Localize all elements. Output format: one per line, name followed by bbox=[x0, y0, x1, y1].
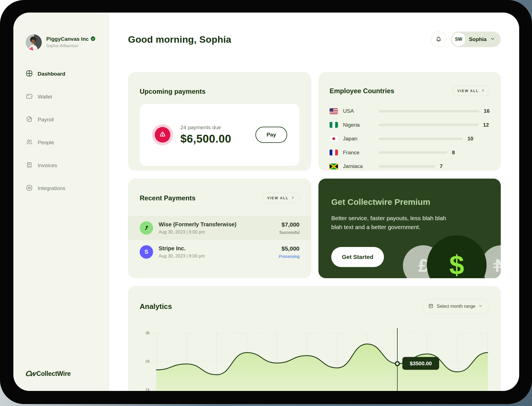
sidebar-item-people[interactable]: People bbox=[26, 137, 109, 148]
sidebar-item-integrations[interactable]: Integrations bbox=[26, 183, 109, 194]
country-count: 16 bbox=[484, 108, 490, 114]
country-name: Japan bbox=[343, 136, 376, 142]
country-bar bbox=[379, 165, 435, 168]
view-all-label: VIEW ALL bbox=[267, 196, 289, 200]
payments-due-amount: $6,500.00 bbox=[180, 133, 231, 145]
dashboard-grid-icon bbox=[26, 70, 33, 78]
dashboard-grid: Upcoming payments 24 payments due $6,50 bbox=[128, 72, 501, 391]
svg-text:2k: 2k bbox=[145, 359, 150, 364]
upcoming-payments-card: Upcoming payments 24 payments due $6,50 bbox=[128, 72, 311, 171]
chevron-right-icon bbox=[291, 196, 294, 200]
profile-menu[interactable]: SW Sophia bbox=[451, 32, 501, 47]
japan-flag-icon bbox=[330, 136, 338, 142]
recent-payments-card: Recent Payments VIEW ALL bbox=[128, 179, 311, 278]
profile-name: Sophia bbox=[469, 36, 487, 42]
payments-due-panel: 24 payments due $6,500.00 Pay bbox=[140, 104, 299, 166]
alert-badge bbox=[152, 124, 173, 145]
warning-triangle-icon bbox=[158, 130, 167, 140]
calendar-icon bbox=[428, 303, 434, 310]
payment-status: Successful bbox=[279, 230, 299, 235]
sidebar-item-label: Payroll bbox=[38, 117, 54, 123]
month-range-select[interactable]: Select month range bbox=[422, 299, 489, 314]
payment-row-stripe[interactable]: S Stripe Inc. Aug 30, 2023 | 8:00 pm $5,… bbox=[128, 240, 311, 264]
view-all-label: VIEW ALL bbox=[457, 89, 479, 93]
sidebar-item-label: Wallet bbox=[38, 94, 52, 100]
payroll-document-icon bbox=[26, 116, 33, 124]
country-row: USA 16 bbox=[330, 108, 490, 114]
code-integrations-icon bbox=[26, 184, 33, 193]
people-icon bbox=[26, 138, 33, 147]
svg-text:3k: 3k bbox=[145, 330, 150, 335]
country-name: Nigeria bbox=[343, 122, 376, 128]
sidebar-item-label: Dashboard bbox=[38, 71, 65, 77]
country-row: Jamiaca 7 bbox=[330, 163, 490, 169]
payment-row-wise[interactable]: Wise (Formerly Transferwise) Aug 30, 202… bbox=[128, 216, 311, 240]
app-window: PiggyCanvas Inc Sophia Williamson Dashbo… bbox=[13, 13, 519, 391]
payment-amount: $7,000 bbox=[279, 221, 299, 228]
analytics-title: Analytics bbox=[140, 302, 172, 311]
country-name: France bbox=[343, 150, 376, 156]
country-row: Japan 10 bbox=[330, 136, 490, 142]
payment-amount: $5,000 bbox=[279, 245, 299, 252]
main-content: Good morning, Sophia SW Sophia bbox=[109, 13, 519, 391]
sidebar-item-payroll[interactable]: Payroll bbox=[26, 114, 109, 125]
profile-initials: SW bbox=[452, 33, 465, 46]
country-name: Jamiaca bbox=[343, 163, 376, 169]
payments-due-label: 24 payments due bbox=[180, 124, 231, 131]
nigeria-flag-icon bbox=[330, 122, 338, 128]
sidebar-item-label: People bbox=[38, 140, 54, 146]
dollar-coin-icon: $ bbox=[427, 235, 487, 278]
premium-title: Get Collectwire Premium bbox=[331, 197, 488, 207]
bell-icon bbox=[435, 35, 442, 44]
svg-text:1k: 1k bbox=[145, 387, 150, 391]
user-name: Sophia Williamson bbox=[46, 44, 95, 48]
month-range-label: Select month range bbox=[437, 304, 475, 309]
country-bar bbox=[379, 110, 479, 112]
france-flag-icon bbox=[330, 150, 338, 155]
topbar: Good morning, Sophia SW Sophia bbox=[128, 30, 501, 48]
payment-name: Wise (Formerly Transferwise) bbox=[159, 221, 236, 228]
svg-text:$3500.00: $3500.00 bbox=[410, 361, 432, 366]
employee-countries-card: Employee Countries VIEW ALL USA 16 bbox=[318, 72, 501, 171]
payment-datetime: Aug 30, 2023 | 8:00 pm bbox=[159, 254, 205, 259]
usa-flag-icon bbox=[330, 108, 338, 114]
premium-banner-card: Get Collectwire Premium Better service, … bbox=[318, 179, 501, 278]
card-title: Employee Countries bbox=[330, 87, 394, 95]
card-title: Recent Payments bbox=[140, 194, 195, 202]
country-count: 7 bbox=[440, 163, 443, 169]
view-all-countries-button[interactable]: VIEW ALL bbox=[452, 86, 490, 96]
country-count: 12 bbox=[483, 122, 489, 128]
jamaica-flag-icon bbox=[330, 164, 338, 169]
premium-description: Better service, faster payouts, less bla… bbox=[331, 214, 454, 232]
workspace-profile[interactable]: PiggyCanvas Inc Sophia Williamson bbox=[26, 34, 109, 51]
device-frame: PiggyCanvas Inc Sophia Williamson Dashbo… bbox=[0, 0, 532, 404]
view-all-payments-button[interactable]: VIEW ALL bbox=[262, 193, 299, 203]
sidebar: PiggyCanvas Inc Sophia Williamson Dashbo… bbox=[13, 13, 109, 391]
country-bar bbox=[379, 124, 478, 126]
country-bar bbox=[379, 138, 463, 140]
sidebar-item-dashboard[interactable]: Dashboard bbox=[26, 68, 109, 80]
country-count: 10 bbox=[467, 136, 473, 142]
chevron-right-icon bbox=[481, 89, 485, 93]
page-title: Good morning, Sophia bbox=[128, 34, 231, 45]
country-row: Nigeria 12 bbox=[330, 122, 490, 128]
payment-name: Stripe Inc. bbox=[159, 245, 205, 252]
sidebar-item-invoices[interactable]: Invoices bbox=[26, 160, 109, 171]
country-name: USA bbox=[343, 108, 376, 114]
sidebar-item-label: Integrations bbox=[38, 185, 65, 191]
card-title: Upcoming payments bbox=[140, 88, 299, 95]
collectwire-logo-mark: Cw bbox=[25, 369, 36, 378]
invoice-receipt-icon bbox=[26, 161, 33, 170]
analytics-card: Analytics Select month range 3k2 bbox=[128, 286, 501, 391]
sidebar-nav: Dashboard Wallet Payroll bbox=[26, 68, 109, 194]
country-bar bbox=[379, 151, 448, 154]
collectwire-logo[interactable]: Cw CollectWire bbox=[26, 369, 71, 378]
notifications-button[interactable] bbox=[431, 32, 446, 47]
analytics-chart[interactable]: 3k2k1k$3500.00 bbox=[140, 325, 489, 391]
sidebar-item-wallet[interactable]: Wallet bbox=[26, 91, 109, 102]
chevron-down-icon bbox=[490, 36, 495, 42]
get-started-button[interactable]: Get Started bbox=[331, 247, 384, 267]
pay-button[interactable]: Pay bbox=[255, 127, 287, 143]
wise-logo-icon bbox=[140, 221, 153, 235]
verified-badge-icon bbox=[91, 36, 95, 42]
